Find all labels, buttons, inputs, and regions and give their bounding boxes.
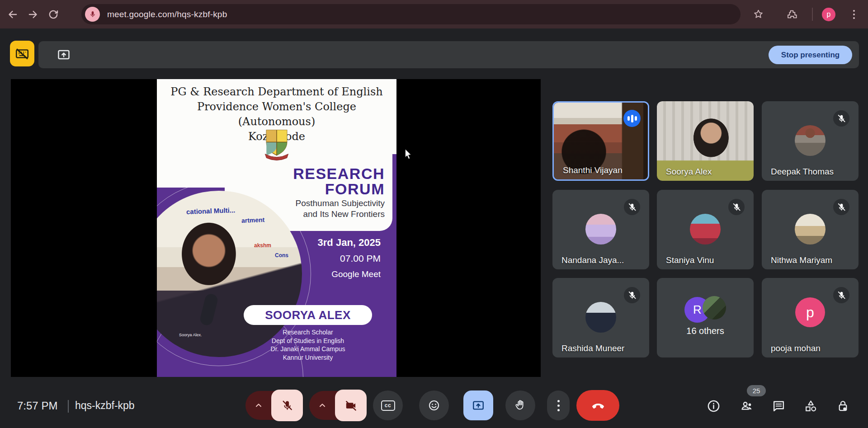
college-line: Providence Women's College (Autonomous) xyxy=(157,99,396,129)
mic-muted-button[interactable] xyxy=(271,390,303,421)
reactions-button[interactable] xyxy=(419,390,449,420)
participant-name: Deepak Thomas xyxy=(771,167,834,177)
url-text[interactable]: meet.google.com/hqs-kzbf-kpb xyxy=(107,4,227,24)
speaker-detail-line: Kannur University xyxy=(229,353,387,362)
avatar: p xyxy=(795,297,825,327)
event-time: 07.00 PM xyxy=(340,253,381,264)
speaker-details: Research Scholar Dept of Studies in Engl… xyxy=(229,328,387,362)
mic-off-icon xyxy=(833,110,849,127)
participant-tile-shanthi[interactable]: Shanthi Vijayan xyxy=(552,101,649,181)
stop-presenting-button[interactable]: Stop presenting xyxy=(769,46,852,64)
people-icon[interactable] xyxy=(740,399,754,413)
participant-name: Nandana Jaya... xyxy=(561,255,624,265)
photo-banner-text: akshm xyxy=(254,242,271,249)
footer-divider xyxy=(68,400,69,413)
participant-name: 16 others xyxy=(657,326,754,336)
poster-subtitle-line2: and Its New Frontiers xyxy=(303,209,385,219)
participant-tile-deepak[interactable]: Deepak Thomas xyxy=(762,101,859,181)
avatar xyxy=(585,214,616,245)
activities-icon[interactable] xyxy=(804,399,818,413)
photo-caption: Soorya Alex. xyxy=(179,333,202,337)
speaker-detail-line: Research Scholar xyxy=(229,328,387,337)
poster-purple-edge xyxy=(392,154,396,190)
mic-off-icon xyxy=(624,199,640,215)
browser-toolbar: meet.google.com/hqs-kzbf-kpb p xyxy=(0,0,868,28)
college-line: PG & Research Department of English xyxy=(157,85,396,99)
avatar xyxy=(795,214,826,245)
event-platform: Google Meet xyxy=(331,269,381,279)
participant-tile-staniya[interactable]: Staniya Vinu xyxy=(657,190,754,269)
raise-hand-button[interactable] xyxy=(505,390,535,420)
college-crest xyxy=(264,129,290,160)
audio-speaking-indicator xyxy=(623,110,641,127)
back-icon[interactable] xyxy=(6,8,19,21)
participant-name: Nithwa Mariyam xyxy=(771,255,832,265)
participant-name: Staniya Vinu xyxy=(666,255,714,265)
smile-icon xyxy=(428,399,440,412)
meeting-info-icon[interactable] xyxy=(707,399,721,413)
event-date: 3rd Jan, 2025 xyxy=(318,237,381,249)
camera-off-button[interactable] xyxy=(335,390,367,421)
participant-tile-pooja[interactable]: p pooja mohan xyxy=(762,278,859,357)
speaker-detail-line: Dr. Janaki Ammal Campus xyxy=(229,345,387,353)
overflow-avatar-photo xyxy=(703,296,726,320)
end-call-button[interactable] xyxy=(576,390,619,421)
forward-icon[interactable] xyxy=(27,8,39,21)
presentation-warning-icon[interactable] xyxy=(10,41,34,66)
mic-off-icon xyxy=(728,199,745,215)
photo-banner-text: artment xyxy=(241,216,265,224)
presenting-banner: pooja mohan (You, presenting) Stop prese… xyxy=(38,41,859,68)
photo-banner-text: Cons xyxy=(275,252,288,259)
site-mic-permission-icon[interactable] xyxy=(85,7,100,22)
present-screen-icon xyxy=(57,48,71,61)
reload-icon[interactable] xyxy=(47,8,60,21)
participant-count-badge: 25 xyxy=(747,385,766,396)
meet-window: meet.google.com/hqs-kzbf-kpb p pooja moh… xyxy=(0,0,868,428)
mic-off-icon xyxy=(833,199,849,215)
participant-name: Shanthi Vijayan xyxy=(563,165,623,175)
participant-name: pooja mohan xyxy=(771,343,821,353)
speaker-detail-line: Dept of Studies in English xyxy=(229,337,387,345)
end-call-icon xyxy=(591,398,605,413)
browser-menu-icon[interactable] xyxy=(848,9,860,20)
microphone-prop xyxy=(199,293,219,327)
speaker-name-banner: SOORYA ALEX xyxy=(244,305,372,325)
captions-button[interactable]: cc xyxy=(373,390,403,420)
avatar xyxy=(585,302,616,333)
avatar xyxy=(795,125,826,156)
present-screen-icon xyxy=(472,399,485,412)
poster-subtitle-line1: Posthuman Subjectivity xyxy=(296,198,385,208)
toolbar-divider xyxy=(812,8,813,21)
participant-tile-others[interactable]: R 16 others xyxy=(657,278,754,357)
presentation-stage: PG & Research Department of English Prov… xyxy=(11,79,541,377)
browser-profile-avatar[interactable]: p xyxy=(822,8,835,21)
bookmark-star-icon[interactable] xyxy=(752,8,764,20)
mic-off-icon xyxy=(833,287,849,303)
mouse-cursor xyxy=(405,149,413,160)
meeting-code: hqs-kzbf-kpb xyxy=(75,400,135,412)
shared-poster: PG & Research Department of English Prov… xyxy=(157,79,396,377)
mic-off-icon xyxy=(624,287,640,303)
avatar xyxy=(690,214,721,245)
poster-title-line2: FORUM xyxy=(325,180,385,198)
captions-icon: cc xyxy=(381,400,395,411)
present-button-active[interactable] xyxy=(463,390,493,420)
more-options-button[interactable] xyxy=(547,390,570,420)
participant-name: Soorya Alex xyxy=(666,167,712,177)
chat-icon[interactable] xyxy=(772,399,786,413)
clock: 7:57 PM xyxy=(17,400,57,412)
participant-tile-soorya[interactable]: Soorya Alex xyxy=(657,101,754,181)
participant-tile-nithwa[interactable]: Nithwa Mariyam xyxy=(762,190,859,269)
host-controls-icon[interactable] xyxy=(836,399,850,413)
photo-banner-text: cational Multi... xyxy=(186,206,236,216)
extensions-icon[interactable] xyxy=(786,8,798,20)
participant-tile-rashida[interactable]: Rashida Muneer xyxy=(552,278,649,357)
participant-tile-nandana[interactable]: Nandana Jaya... xyxy=(552,190,649,269)
participant-name: Rashida Muneer xyxy=(561,343,624,353)
hand-icon xyxy=(514,399,527,412)
